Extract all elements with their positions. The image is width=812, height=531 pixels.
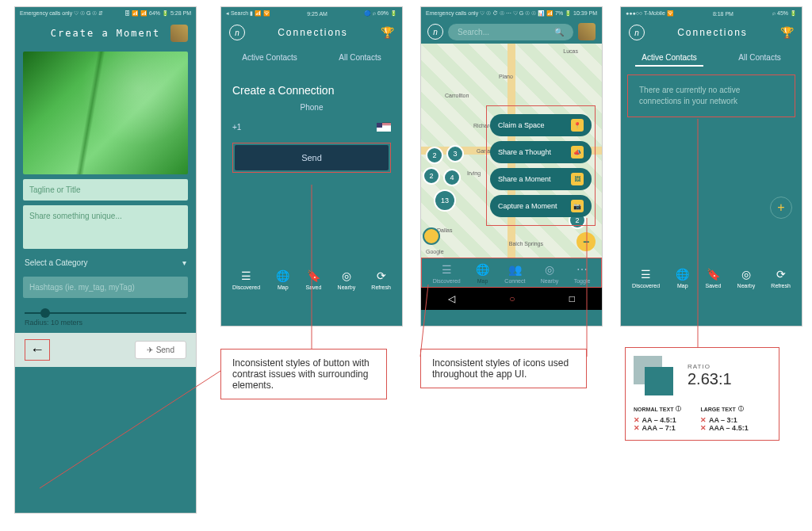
chevron-down-icon: ▾ [182,258,186,267]
bottom-nav: ☰Discovered 🌐Map 👥Connect ◎Nearby ⋯Toggl… [422,258,601,287]
status-right: ⌕ 45% 🔋 [772,10,797,17]
tab-active-contacts[interactable]: Active Contacts [236,50,303,65]
nav-nearby[interactable]: ◎Nearby [737,268,756,288]
bookmark-icon: 🔖 [707,268,720,281]
fab-minus[interactable]: − [576,232,596,251]
android-home-icon[interactable]: ○ [509,293,515,304]
tab-all-contacts[interactable]: All Contacts [732,50,787,67]
flag-icon-us[interactable] [377,123,391,132]
radar-icon: ◎ [741,268,751,281]
map-cluster[interactable]: 4 [443,169,461,186]
map-city-label: Irving [467,170,481,176]
header: Create a Moment [15,20,196,47]
nav-nearby[interactable]: ◎Nearby [338,269,356,290]
map-cluster[interactable]: 13 [434,189,456,212]
radius-slider[interactable] [25,312,186,314]
nav-saved[interactable]: 🔖Saved [706,268,722,288]
status-right: 📊 📶 7% 🔋 10:39 PM [538,10,597,17]
status-left: ●●●○○ T-Mobile 🛜 [626,10,674,17]
swatch-background [645,367,673,395]
description-input[interactable]: Share something unique... [23,205,188,249]
dots-icon: ⋯ [576,263,588,276]
avatar[interactable] [170,25,188,42]
nav-nearby[interactable]: ◎Nearby [541,263,559,284]
bottom-actions: ← ✈ Send [15,333,196,367]
map-view[interactable]: Lucas Plano Carrollton Richardson Garlan… [421,44,602,258]
large-text-heading: LARGE TEXTⓘ [700,405,748,413]
status-left: Emergency calls only ♡ ☉ G ☉ ⇵ [20,10,103,17]
map-pin-icon: 📍 [571,119,584,132]
send-button[interactable]: ✈ Send [135,341,186,359]
hashtag-input[interactable]: Hashtags (ie. my_tag, myTag) [23,277,188,298]
map-cluster[interactable]: 2 [423,167,440,185]
annotation-icon-styles: Inconsistent styles of icons used throug… [420,349,587,388]
list-icon: ☰ [442,263,452,276]
send-button[interactable]: Send [235,145,389,170]
nav-discovered[interactable]: ☰Discovered [433,263,461,284]
nav-discovered[interactable]: ☰Discovered [232,269,260,290]
map-city-label: Carrollton [445,93,469,98]
tagline-input[interactable]: Tagline or Title [23,179,188,201]
nav-refresh[interactable]: ⟳Refresh [771,268,791,288]
nav-connect[interactable]: 👥Connect [504,263,525,284]
map-cluster[interactable]: 2 [426,147,443,164]
globe-icon: 🌐 [476,263,489,276]
category-select[interactable]: Select a Category ▾ [15,254,196,272]
map-cluster[interactable]: 3 [446,145,464,162]
megaphone-icon: 📣 [571,146,584,159]
compliance-row: ✕ AAA – 4.5:1 [700,424,748,432]
avatar[interactable] [578,23,596,40]
nav-map[interactable]: 🌐Map [676,268,689,288]
moment-image[interactable] [23,52,188,174]
phone-connections-empty: ●●●○○ T-Mobile 🛜 8:18 PM ⌕ 45% 🔋 n Conne… [620,6,802,327]
search-placeholder: Search... [458,28,489,36]
header: n Connections 🏆 [621,20,802,45]
map-city-label: Plano [499,74,513,79]
fab-add[interactable]: + [770,197,792,219]
nav-toggle[interactable]: ⋯Toggle [574,263,591,284]
tab-all-contacts[interactable]: All Contacts [332,50,387,65]
back-button[interactable]: ← [25,339,50,361]
claim-space-button[interactable]: Claim a Space📍 [490,114,592,136]
status-bar: ●●●○○ T-Mobile 🛜 8:18 PM ⌕ 45% 🔋 [621,7,802,20]
radius-label: Radius: 10 meters [15,317,196,328]
camera-icon: 📷 [571,200,584,212]
page-title: Connections [645,27,780,38]
search-icon: 🔍 [554,28,564,36]
app-logo-icon[interactable]: n [629,25,645,40]
phone-create-moment: Emergency calls only ♡ ☉ G ☉ ⇵ 🗄 📶 📶 64%… [14,6,197,514]
compliance-grid: NORMAL TEXTⓘ ✕ AA – 4.5:1 ✕ AAA – 7:1 LA… [634,399,771,432]
app-logo-icon[interactable]: n [427,24,443,40]
page-title: Connections [245,27,381,38]
list-icon: ☰ [641,268,651,281]
nav-map[interactable]: 🌐Map [276,269,289,290]
map-user-location[interactable] [423,227,440,245]
trophy-icon[interactable]: 🏆 [381,26,394,39]
nav-refresh[interactable]: ⟳Refresh [371,269,391,290]
ratio-label: RATIO [688,363,732,370]
nav-map[interactable]: 🌐Map [476,263,489,284]
contrast-checker-panel: RATIO 2.63:1 NORMAL TEXTⓘ ✕ AA – 4.5:1 ✕… [625,347,779,441]
nav-saved[interactable]: 🔖Saved [306,269,322,290]
list-icon: ☰ [241,269,251,282]
app-logo-icon[interactable]: n [229,25,245,40]
share-moment-button[interactable]: Share a Moment🖼 [490,168,592,190]
phone-map: Emergency calls only ♡ ☉ ⏱ ☉ ⋯ ♡ G ☉ ☉ 📊… [420,6,603,327]
paper-plane-icon: ✈ [147,346,153,354]
compliance-row: ✕ AAA – 7:1 [634,424,681,432]
phone-input-row[interactable]: +1 [232,120,391,143]
compliance-row: ✕ AA – 3:1 [700,416,748,424]
android-recent-icon[interactable]: □ [569,293,575,304]
status-time: 8:18 PM [713,11,733,17]
fail-icon: ✕ [634,416,640,424]
search-input[interactable]: Search... 🔍 [448,24,573,40]
capture-moment-button[interactable]: Capture a Moment📷 [490,195,592,217]
share-thought-button[interactable]: Share a Thought📣 [490,141,592,163]
trophy-icon[interactable]: 🏆 [780,26,794,39]
tab-active-contacts[interactable]: Active Contacts [635,50,703,67]
header: n Connections 🏆 [221,20,402,45]
nav-discovered[interactable]: ☰Discovered [632,268,660,288]
compliance-row: ✕ AA – 4.5:1 [634,416,681,424]
android-back-icon[interactable]: ◁ [448,293,455,304]
image-icon: 🖼 [571,173,584,185]
